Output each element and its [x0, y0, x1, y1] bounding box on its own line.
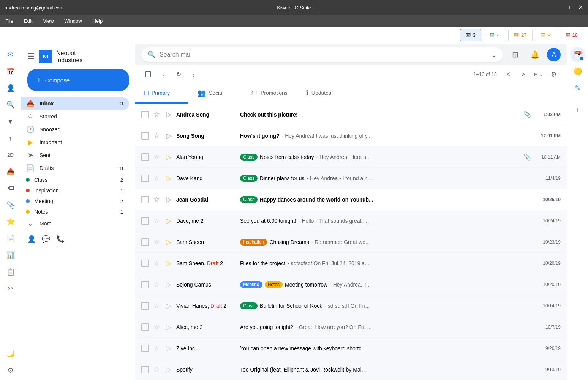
star-icon[interactable]: ☆	[152, 174, 161, 183]
search-input[interactable]	[160, 51, 487, 58]
forward-icon[interactable]: ▷	[164, 365, 173, 374]
email-row[interactable]: ☆ ▷ Spotify Too Original (feat. Elliphan…	[135, 359, 567, 380]
sidebar-item-inbox[interactable]: 📥 Inbox 3	[21, 97, 129, 110]
tab-primary[interactable]: □ Primary	[135, 83, 188, 104]
compose-button[interactable]: + Compose	[27, 69, 129, 91]
select-checkbox[interactable]	[141, 68, 155, 81]
avatar[interactable]: A	[547, 48, 561, 61]
forward-icon[interactable]: ▷	[164, 195, 173, 204]
email-checkbox[interactable]	[141, 281, 149, 288]
forward-icon[interactable]: ▷	[164, 217, 173, 225]
view-options-button[interactable]: ⊞ ⌄	[532, 68, 545, 81]
sidebar-item-more[interactable]: ⌄ More	[21, 217, 129, 230]
minimize-button[interactable]: —	[559, 5, 565, 11]
rail-filter-icon[interactable]: ▼	[3, 114, 18, 129]
email-row[interactable]: ☆ ▷ Sam Sheen Inspiration Chasing Dreams…	[135, 231, 567, 253]
rail-calendar-icon[interactable]: 📅	[3, 64, 18, 79]
right-calendar-icon[interactable]: 📅	[570, 47, 585, 62]
email-row[interactable]: ☆ ▷ Song Song How's it going? - Hey Andr…	[135, 125, 567, 146]
rail-mail-icon[interactable]: ✉	[3, 47, 18, 62]
right-add-icon[interactable]: ＋	[570, 102, 585, 117]
settings-button[interactable]: ⚙	[547, 68, 561, 81]
email-checkbox[interactable]	[141, 260, 149, 267]
rail-tag-icon[interactable]: 🏷	[3, 181, 18, 196]
sidebar-item-starred[interactable]: ☆ Starred	[21, 110, 129, 123]
rail-search-icon[interactable]: 🔍	[3, 97, 18, 112]
star-icon[interactable]: ☆	[152, 217, 161, 225]
search-dropdown-icon[interactable]: ⌄	[491, 50, 497, 59]
star-icon[interactable]: ☆	[152, 259, 161, 268]
menu-window[interactable]: Window	[62, 17, 84, 25]
select-dropdown-icon[interactable]: ⌄	[156, 68, 170, 81]
email-checkbox[interactable]	[141, 345, 149, 352]
email-checkbox[interactable]	[141, 196, 149, 203]
star-icon[interactable]: ☆	[152, 132, 161, 140]
notif-badge-3[interactable]: ✉ 27	[508, 29, 532, 41]
rail-table-icon[interactable]: 📊	[3, 247, 18, 263]
sidebar-item-meeting[interactable]: Meeting 2	[21, 196, 129, 206]
sidebar-item-drafts[interactable]: 📄 Drafts 18	[21, 162, 129, 175]
email-row[interactable]: ☆ ▷ Sam Sheen, Draft 2 Files for the pro…	[135, 253, 567, 274]
forward-icon[interactable]: ▷	[164, 323, 173, 331]
sidebar-item-notes[interactable]: Notes 1	[21, 206, 129, 217]
notif-badge-1[interactable]: ✉ 3	[460, 29, 481, 41]
rail-2d-icon[interactable]: 2D	[3, 147, 18, 162]
email-checkbox[interactable]	[141, 238, 149, 246]
forward-icon[interactable]: ▷	[164, 110, 173, 119]
notif-badge-5[interactable]: ✉ 18	[560, 29, 583, 41]
menu-view[interactable]: View	[41, 17, 56, 25]
apps-icon[interactable]: ⊞	[507, 47, 523, 62]
forward-icon[interactable]: ▷	[164, 174, 173, 183]
prev-page-button[interactable]: <	[501, 68, 515, 81]
star-icon[interactable]: ☆	[152, 323, 161, 331]
chat-icon[interactable]: 💬	[42, 235, 50, 243]
email-checkbox[interactable]	[141, 323, 149, 331]
tab-promotions[interactable]: 🏷 Promotions	[242, 83, 297, 104]
email-checkbox[interactable]	[141, 175, 149, 182]
rail-moon-icon[interactable]: 🌙	[3, 346, 18, 361]
notif-badge-2[interactable]: ✉ ✓	[484, 29, 506, 41]
maximize-button[interactable]: □	[568, 5, 574, 11]
email-row[interactable]: ☆ ▷ Zive Inc. You can open a new message…	[135, 338, 567, 359]
star-icon[interactable]: ☆	[152, 153, 161, 161]
close-button[interactable]: ✕	[577, 5, 583, 11]
star-icon[interactable]: ☆	[152, 110, 161, 119]
email-row[interactable]: ☆ ▷ Dave Kang Class Dinner plans for us …	[135, 168, 567, 189]
forward-icon[interactable]: ▷	[164, 132, 173, 140]
email-row[interactable]: ☆ ▷ Alan Young Class Notes from calss to…	[135, 146, 567, 168]
menu-edit[interactable]: Edit	[22, 17, 35, 25]
email-row[interactable]: ☆ ▷ Jean Goodall Class Happy dances arou…	[135, 189, 567, 210]
more-options-button[interactable]: ⋮	[187, 68, 201, 81]
forward-icon[interactable]: ▷	[164, 302, 173, 310]
forward-icon[interactable]: ▷	[164, 259, 173, 268]
star-icon[interactable]: ☆	[152, 195, 161, 204]
tab-updates[interactable]: ℹ Updates	[297, 83, 350, 104]
forward-icon[interactable]: ▷	[164, 344, 173, 353]
forward-icon[interactable]: ▷	[164, 280, 173, 289]
rail-clip-icon[interactable]: 📎	[3, 197, 18, 213]
email-checkbox[interactable]	[141, 366, 149, 373]
next-page-button[interactable]: >	[517, 68, 530, 81]
email-checkbox[interactable]	[141, 302, 149, 310]
sidebar-item-class[interactable]: Class 2	[21, 175, 129, 185]
tab-social[interactable]: 👥 Social	[188, 83, 242, 104]
phone-icon[interactable]: 📞	[56, 235, 65, 243]
email-checkbox[interactable]	[141, 132, 149, 140]
add-contact-icon[interactable]: 👤	[27, 235, 36, 243]
right-tasks-icon[interactable]: 🟡	[570, 64, 585, 79]
sidebar-item-sent[interactable]: ➤ Sent	[21, 149, 129, 162]
email-row[interactable]: ☆ ▷ Alice, me 2 Are you going tonight? -…	[135, 316, 567, 338]
rail-book-icon[interactable]: 📋	[3, 264, 18, 279]
rail-settings-icon[interactable]: ⚙	[3, 363, 18, 378]
rail-inbox-icon[interactable]: 📥	[3, 164, 18, 179]
email-checkbox[interactable]	[141, 217, 149, 225]
rail-star-icon[interactable]: ⭐	[3, 214, 18, 229]
menu-file[interactable]: File	[3, 17, 16, 25]
hamburger-icon[interactable]: ☰	[27, 52, 35, 61]
sidebar-item-inspiration[interactable]: Inspiration 1	[21, 185, 129, 196]
notif-badge-4[interactable]: ✉ ✓	[535, 29, 557, 41]
email-row[interactable]: ☆ ▷ Sejong Camus MeetingNotes Meeting to…	[135, 274, 567, 295]
email-checkbox[interactable]	[141, 153, 149, 161]
email-checkbox[interactable]	[141, 111, 149, 118]
rail-doc-icon[interactable]: 📄	[3, 231, 18, 246]
